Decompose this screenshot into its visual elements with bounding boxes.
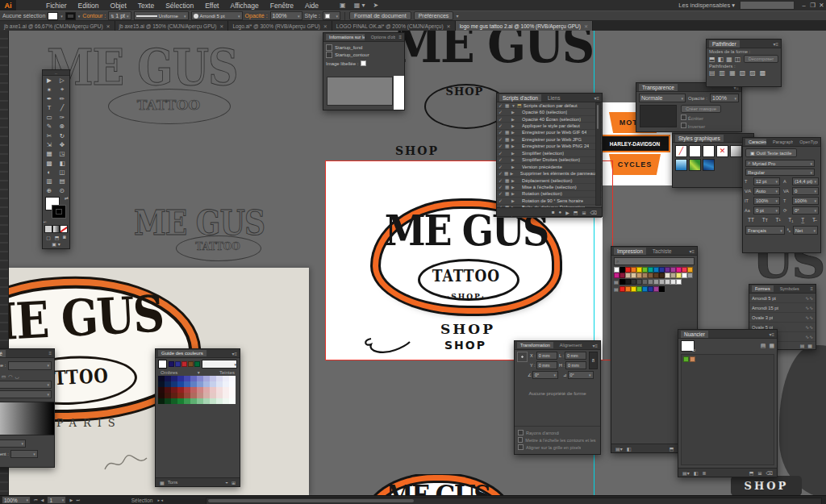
color-swatch[interactable]: [670, 273, 676, 278]
stroke-across-icon[interactable]: ◡: [15, 373, 19, 379]
dialog-toggle-icon[interactable]: ▦: [505, 137, 510, 142]
tool-button[interactable]: ▷: [56, 76, 69, 85]
graphic-style-swatch[interactable]: ╱: [675, 145, 687, 157]
graphic-style-swatch[interactable]: [675, 159, 687, 171]
new-set-icon[interactable]: ⬒: [574, 210, 578, 215]
transform-check-row[interactable]: Mettre à l'échelle les contours et les e…: [515, 436, 600, 444]
color-swatch[interactable]: [665, 279, 670, 285]
ramp-swatch[interactable]: [210, 381, 216, 387]
action-row[interactable]: ✓ ▶ Rotation de 90 ° Sens horaire: [497, 198, 602, 204]
invert-checkbox[interactable]: Inverser: [681, 123, 721, 129]
share-icon[interactable]: ➤: [369, 2, 382, 9]
menu-item[interactable]: Affichage: [224, 2, 264, 10]
add-to-swatches-icon[interactable]: ⊞: [232, 480, 236, 485]
tool-button[interactable]: ▦: [43, 149, 56, 158]
opacity-input[interactable]: 100%▾: [270, 11, 302, 20]
x-input[interactable]: 0 mm: [536, 352, 557, 360]
tools-panel-grip[interactable]: ‥: [43, 70, 69, 76]
tool-button[interactable]: ◐: [43, 168, 56, 177]
ramp-swatch[interactable]: [165, 387, 171, 393]
action-check-icon[interactable]: ✓: [499, 151, 503, 156]
color-swatch[interactable]: [625, 273, 631, 278]
width-profile-select[interactable]: Uniforme▾: [134, 11, 189, 20]
pathfinder-icon[interactable]: ▤: [709, 69, 715, 77]
document-tab[interactable]: jb axe15.ai @ 150% (CMJN/Aperçu GPU) ✕: [115, 21, 229, 31]
last-artboard-icon[interactable]: ⏭: [76, 498, 80, 503]
clip-checkbox[interactable]: Écrêter: [681, 115, 721, 121]
kind-icon[interactable]: ◧: [694, 470, 699, 476]
menu-item[interactable]: Fichier: [40, 2, 73, 10]
color-swatch[interactable]: [636, 273, 642, 278]
next-artboard-icon[interactable]: ▶: [69, 498, 73, 502]
menu-item[interactable]: Texte: [132, 2, 160, 10]
ramp-swatch[interactable]: [190, 393, 197, 398]
tool-button[interactable]: ◫: [56, 168, 69, 177]
zoom-level-select[interactable]: 100%▾: [2, 496, 31, 504]
tab-close-icon[interactable]: ✕: [219, 23, 223, 29]
ramp-swatch[interactable]: [216, 381, 223, 387]
expand-triangle-icon[interactable]: ▶: [511, 157, 515, 162]
graphic-style-swatch[interactable]: [703, 159, 715, 171]
ramp-swatch[interactable]: [203, 398, 210, 404]
color-swatch[interactable]: [682, 267, 687, 273]
action-row[interactable]: ✓ ▶ Simplifier (sélection): [497, 150, 602, 156]
new-action-icon[interactable]: ⊞: [582, 210, 586, 215]
preferences-button[interactable]: Préférences: [414, 11, 454, 20]
action-check-icon[interactable]: ✓: [499, 165, 503, 169]
action-check-icon[interactable]: ✓: [499, 157, 503, 162]
color-swatch[interactable]: [642, 267, 648, 273]
tab-impression[interactable]: Impression: [614, 248, 646, 255]
checkbox[interactable]: [326, 52, 332, 58]
group-icon[interactable]: ▤: [614, 279, 619, 285]
ramp-swatch[interactable]: [171, 381, 177, 387]
color-swatch[interactable]: [676, 279, 682, 285]
shape-mode-icon[interactable]: ◧: [718, 56, 724, 63]
tool-button[interactable]: ↻: [56, 131, 69, 140]
color-swatch[interactable]: [614, 267, 620, 273]
graphic-style-swatch[interactable]: [689, 145, 701, 157]
document-tab[interactable]: Logo.ai* @ 300% (RVB/Aperçu GPU) ✕: [228, 21, 332, 31]
type-style-button[interactable]: T¹: [775, 217, 780, 223]
ramp-swatch[interactable]: [177, 393, 184, 398]
tab-styles-graphiques[interactable]: Styles graphiques: [675, 135, 724, 142]
checkbox[interactable]: [518, 437, 523, 443]
graphic-style-swatch[interactable]: [689, 159, 701, 171]
ramp-swatch[interactable]: [190, 387, 197, 393]
actions-scrollbar[interactable]: [595, 102, 601, 206]
prev-artboard-icon[interactable]: ◀: [41, 498, 44, 502]
tab-close-icon[interactable]: ✕: [447, 23, 451, 29]
base-color-swatch[interactable]: [158, 360, 167, 369]
tab-formes[interactable]: Formes: [752, 285, 774, 292]
color-swatch[interactable]: [648, 279, 653, 285]
expand-triangle-icon[interactable]: ▶: [511, 191, 515, 196]
ramp-swatch[interactable]: [190, 376, 197, 381]
graphic-style-swatch[interactable]: [703, 145, 715, 157]
harmony-chip[interactable]: [194, 361, 200, 367]
color-swatch[interactable]: [631, 279, 636, 285]
harmony-chip[interactable]: [169, 361, 174, 367]
tool-button[interactable]: ▭: [43, 113, 56, 122]
draw-behind-icon[interactable]: ⬒: [55, 235, 60, 240]
transform-check-row[interactable]: Aligner sur la grille en pixels: [515, 444, 600, 451]
stroke-width-input[interactable]: ⇅1 pt▾: [108, 11, 131, 20]
dialog-toggle-icon[interactable]: ▦: [505, 144, 510, 148]
ramp-swatch[interactable]: [184, 381, 190, 387]
action-check-icon[interactable]: ✓: [499, 185, 503, 190]
color-swatch[interactable]: [631, 267, 636, 273]
ramp-swatch[interactable]: [177, 381, 184, 387]
tool-button[interactable]: ⊕: [43, 186, 56, 195]
document-swatch[interactable]: [683, 356, 689, 362]
close-button[interactable]: ✕: [817, 2, 826, 9]
tab-informations[interactable]: Informations sur le d...: [326, 34, 365, 40]
expand-triangle-icon[interactable]: ▶: [511, 178, 515, 183]
ramp-swatch[interactable]: [223, 376, 229, 381]
ramp-swatch[interactable]: [158, 376, 165, 381]
color-swatch[interactable]: [653, 267, 659, 273]
make-mask-button[interactable]: Créer masque: [681, 105, 721, 113]
panel-menu-icon[interactable]: ▾≡: [594, 95, 599, 101]
location-select[interactable]: ▾: [10, 450, 38, 458]
color-swatch[interactable]: [665, 267, 670, 273]
tab-opentype[interactable]: OpenType: [796, 139, 818, 145]
ramp-swatch[interactable]: [184, 398, 190, 404]
expand-triangle-icon[interactable]: ▶: [511, 137, 515, 142]
